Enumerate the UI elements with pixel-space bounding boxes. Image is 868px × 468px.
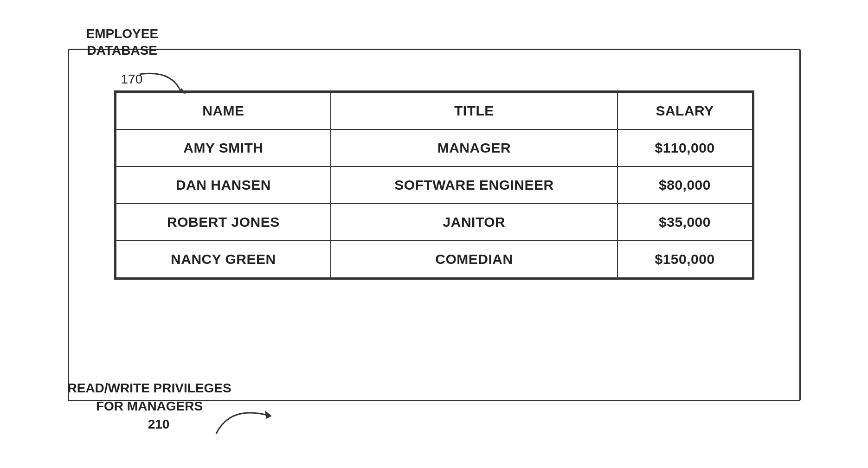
employee-db-label: EMPLOYEE DATABASE (86, 26, 159, 59)
table-header-row: NAME TITLE SALARY (116, 92, 752, 129)
table-row: ROBERT JONESJANITOR$35,000 (116, 204, 752, 241)
readwrite-label: READ/WRITE PRIVILEGES FOR MANAGERS 210 (68, 379, 231, 434)
arrow-210-icon (212, 401, 276, 438)
cell-name: NANCY GREEN (116, 241, 331, 278)
label-210: 210 (148, 417, 170, 431)
cell-salary: $110,000 (617, 129, 752, 167)
cell-title: COMEDIAN (331, 241, 617, 278)
cell-title: MANAGER (331, 129, 617, 167)
cell-title: SOFTWARE ENGINEER (331, 167, 617, 204)
table-row: DAN HANSENSOFTWARE ENGINEER$80,000 (116, 167, 752, 204)
cell-salary: $150,000 (617, 241, 752, 278)
svg-marker-1 (265, 410, 272, 419)
cell-salary: $35,000 (617, 204, 752, 241)
employee-table-wrapper: NAME TITLE SALARY AMY SMITHMANAGER$110,0… (114, 90, 754, 280)
cell-title: JANITOR (331, 204, 617, 241)
cell-name: AMY SMITH (116, 129, 331, 167)
cell-name: ROBERT JONES (116, 204, 331, 241)
col-header-salary: SALARY (617, 92, 752, 129)
cell-name: DAN HANSEN (116, 167, 331, 204)
col-header-name: NAME (116, 92, 331, 129)
diagram-container: EMPLOYEE DATABASE 170 NAME TITLE SALARY … (40, 21, 829, 448)
col-header-title: TITLE (331, 92, 617, 129)
table-row: AMY SMITHMANAGER$110,000 (116, 129, 752, 167)
cell-salary: $80,000 (617, 167, 752, 204)
employee-table: NAME TITLE SALARY AMY SMITHMANAGER$110,0… (116, 92, 753, 278)
table-row: NANCY GREENCOMEDIAN$150,000 (116, 241, 752, 278)
label-170: 170 (121, 72, 143, 87)
